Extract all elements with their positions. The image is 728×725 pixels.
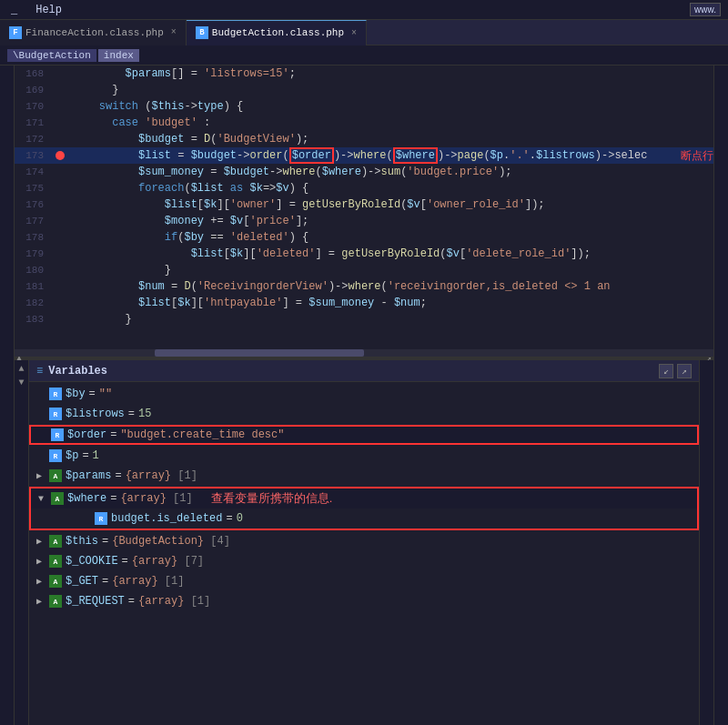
- bottom-down-btn[interactable]: ▼: [18, 378, 24, 388]
- bottom-layout: ▲ ▼ ≡ Variables ↙ ↗: [15, 360, 713, 725]
- tab-close-budget[interactable]: ×: [351, 28, 357, 38]
- tab-bar: F FinanceAction.class.php × B BudgetActi…: [0, 20, 728, 45]
- left-sidebar: [0, 65, 15, 725]
- var-type-cookie: [7]: [177, 555, 204, 568]
- line-content-172: $budget = D('BudgetView');: [69, 133, 713, 146]
- var-val-params: {array}: [126, 469, 171, 482]
- var-eq-request: =: [128, 595, 135, 608]
- var-icon-p: R: [49, 449, 62, 462]
- var-expand-cookie[interactable]: ▶: [36, 556, 49, 567]
- line-content-180: }: [69, 264, 713, 277]
- bottom-up-btn[interactable]: ▲: [18, 364, 24, 374]
- line-num-175: 175: [15, 183, 51, 194]
- code-line-181: 181 $num = D('ReceivingorderView')->wher…: [15, 278, 713, 295]
- var-name-this: $this: [66, 535, 98, 548]
- var-item-p[interactable]: R $p = 1: [29, 446, 699, 466]
- editor-area: 168 $params[] = 'listrows=15'; 169 }: [15, 65, 713, 357]
- tab-close-finance[interactable]: ×: [171, 27, 177, 37]
- var-name-by: $by: [66, 388, 86, 400]
- var-item-cookie[interactable]: ▶ A $_COOKIE = {array} [7]: [29, 551, 699, 571]
- var-icon-get: A: [49, 575, 62, 588]
- var-val-get: {array}: [112, 575, 157, 588]
- var-type-where: [1]: [167, 492, 193, 505]
- var-name-get: $_GET: [66, 575, 98, 588]
- var-val-this: {BudgetAction}: [112, 535, 204, 548]
- var-icon-where: A: [51, 492, 64, 505]
- tab-budget[interactable]: B BudgetAction.class.php ×: [187, 20, 367, 45]
- breadcrumb-method[interactable]: index: [98, 49, 139, 62]
- breadcrumb-class[interactable]: \BudgetAction: [7, 49, 96, 62]
- code-line-182: 182 $list[$k]['hntpayable'] = $sum_money…: [15, 295, 713, 311]
- code-line-178: 178 if($by == 'deleted') {: [15, 229, 713, 246]
- line-num-170: 170: [15, 101, 51, 112]
- tab-finance[interactable]: F FinanceAction.class.php ×: [0, 20, 187, 45]
- www-button[interactable]: www.: [690, 3, 721, 16]
- line-num-183: 183: [15, 314, 51, 325]
- tab-label-finance: FinanceAction.class.php: [25, 27, 164, 38]
- code-line-174: 174 $sum_money = $budget->where($where)-…: [15, 164, 713, 180]
- var-expand-p: [36, 451, 49, 461]
- code-line-172: 172 $budget = D('BudgetView');: [15, 131, 713, 147]
- line-num-180: 180: [15, 265, 51, 276]
- var-expand-this[interactable]: ▶: [36, 536, 49, 547]
- scrollbar-thumb: [155, 349, 364, 357]
- var-val-listrows: 15: [138, 408, 151, 420]
- var-item-order[interactable]: R $order = "budget.create_time desc": [29, 425, 699, 445]
- code-line-171: 171 case 'budget' :: [15, 115, 713, 131]
- var-item-get[interactable]: ▶ A $_GET = {array} [1]: [29, 571, 699, 591]
- line-num-168: 168: [15, 68, 51, 79]
- var-expand-request[interactable]: ▶: [36, 596, 49, 607]
- var-type-params: [1]: [171, 469, 197, 482]
- panel-actions: ↙ ↗: [659, 364, 692, 378]
- var-item-by[interactable]: R $by = "": [29, 384, 699, 404]
- breakpoint-annotation: 断点行: [670, 148, 713, 164]
- variables-icon: ≡: [36, 365, 43, 378]
- var-icon-listrows: R: [49, 408, 62, 420]
- var-val-where-sub: 0: [237, 512, 243, 525]
- tab-icon-finance: F: [9, 26, 22, 39]
- var-val-cookie: {array}: [132, 555, 177, 568]
- line-num-182: 182: [15, 297, 51, 308]
- var-icon-by: R: [49, 388, 62, 400]
- panel-minimize-btn[interactable]: ↙: [659, 364, 673, 378]
- var-eq-where: =: [110, 492, 116, 505]
- breakpoint-dot-173: [56, 151, 65, 160]
- var-item-request[interactable]: ▶ A $_REQUEST = {array} [1]: [29, 591, 699, 611]
- main-content: 168 $params[] = 'listrows=15'; 169 }: [15, 65, 713, 725]
- line-content-175: foreach($list as $k=>$v) {: [69, 182, 713, 195]
- var-item-params[interactable]: ▶ A $params = {array} [1]: [29, 466, 699, 486]
- var-eq-this: =: [102, 535, 108, 548]
- bottom-left-sidebar: ▲ ▼: [15, 360, 29, 725]
- var-name-p: $p: [66, 449, 78, 462]
- var-item-where[interactable]: ▼ A $where = {array} [1] 查看变量所携带的信息.: [31, 488, 697, 509]
- variables-list: R $by = "" R $listrows = 15: [29, 382, 699, 725]
- code-line-169: 169 }: [15, 82, 713, 98]
- var-expand-by: [36, 389, 49, 399]
- var-eq-where-sub: =: [226, 512, 232, 525]
- var-icon-order: R: [51, 428, 64, 441]
- line-num-178: 178: [15, 232, 51, 243]
- var-item-where-container: ▼ A $where = {array} [1] 查看变量所携带的信息. R: [29, 487, 699, 530]
- var-item-listrows[interactable]: R $listrows = 15: [29, 404, 699, 424]
- code-line-180: 180 }: [15, 262, 713, 278]
- var-icon-request: A: [49, 595, 62, 608]
- var-eq-by: =: [89, 388, 96, 400]
- var-eq-p: =: [82, 449, 88, 462]
- line-content-181: $num = D('ReceivingorderView')->where('r…: [69, 280, 713, 293]
- var-name-params: $params: [66, 469, 111, 482]
- menu-item-underscore[interactable]: _: [7, 2, 21, 18]
- panel-maximize-btn[interactable]: ↗: [677, 364, 692, 378]
- var-val-request: {array}: [138, 595, 184, 608]
- var-item-this[interactable]: ▶ A $this = {BudgetAction} [4]: [29, 531, 699, 551]
- main-layout: 168 $params[] = 'listrows=15'; 169 }: [0, 65, 728, 725]
- var-val-order: "budget.create_time desc": [120, 428, 284, 441]
- code-lines: 168 $params[] = 'listrows=15'; 169 }: [15, 65, 713, 349]
- menu-item-help[interactable]: Help: [32, 2, 66, 18]
- breadcrumb: \BudgetAction index: [0, 45, 728, 65]
- editor-scrollbar[interactable]: [15, 349, 713, 357]
- var-expand-get[interactable]: ▶: [36, 576, 49, 587]
- var-name-where-sub: budget.is_deleted: [111, 512, 222, 525]
- line-content-170: switch ($this->type) {: [69, 100, 713, 113]
- var-item-where-sub[interactable]: R budget.is_deleted = 0: [31, 509, 697, 529]
- var-expand-where[interactable]: ▼: [38, 494, 51, 504]
